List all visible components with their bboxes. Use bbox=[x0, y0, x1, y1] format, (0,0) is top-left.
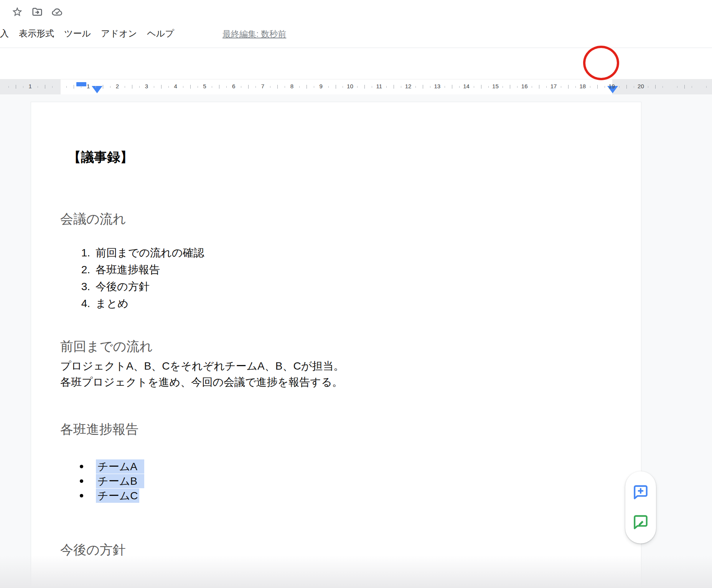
list-item-number: 3. bbox=[79, 281, 90, 293]
heading-agenda: 会議の流れ bbox=[60, 211, 126, 226]
heading-policy: 今後の方針 bbox=[60, 542, 126, 557]
ruler-tick bbox=[401, 86, 401, 88]
ruler-number: 1 bbox=[87, 83, 90, 89]
suggest-edit-icon bbox=[633, 514, 649, 530]
add-comment-icon bbox=[633, 484, 649, 500]
ruler-tick bbox=[154, 86, 154, 88]
cloud-check-icon[interactable] bbox=[51, 6, 63, 18]
paragraph-line: 各班プロジェクトを進め、今回の会議で進捗を報告する。 bbox=[60, 374, 344, 390]
ruler-tick bbox=[372, 86, 372, 88]
ruler-tick bbox=[575, 86, 576, 88]
ruler-number: 6 bbox=[232, 83, 235, 89]
ruler-tick bbox=[430, 86, 430, 88]
ruler-tick bbox=[314, 86, 314, 88]
suggest-edits-button[interactable] bbox=[632, 514, 649, 531]
ruler-number: 13 bbox=[434, 83, 440, 89]
ruler-tick bbox=[190, 85, 191, 89]
ruler-number: 3 bbox=[145, 83, 148, 89]
ruler-tick bbox=[66, 86, 67, 88]
document-page[interactable]: 【議事録】 会議の流れ 1. 前回までの流れの確認 2. 各班進捗報告 3 bbox=[31, 102, 641, 588]
menubar: 入表示形式ツールアドオンヘルプ bbox=[0, 28, 174, 39]
ruler-tick bbox=[183, 86, 183, 88]
list-item: 3. 今後の方針 bbox=[31, 278, 641, 295]
list-item: チームC bbox=[31, 488, 641, 503]
ruler-tick bbox=[546, 86, 547, 88]
ruler-number: 5 bbox=[203, 83, 206, 89]
ruler-tick bbox=[336, 85, 336, 89]
left-indent-marker[interactable] bbox=[92, 86, 102, 93]
ruler-number: 1 bbox=[28, 83, 31, 89]
list-item-number: 4. bbox=[79, 297, 90, 310]
ruler-number: 10 bbox=[347, 83, 353, 89]
ruler-tick bbox=[241, 86, 241, 88]
google-docs-window: 入表示形式ツールアドオンヘルプ 最終編集: 数秒前 標準テキス... Arial… bbox=[0, 0, 712, 588]
heading-progress: 各班進捗報告 bbox=[60, 421, 138, 437]
ruler-tick bbox=[510, 85, 510, 89]
ruler-tick bbox=[568, 85, 569, 89]
list-item-text: 各班進捗報告 bbox=[96, 263, 160, 277]
ruler-tick bbox=[226, 86, 227, 88]
ruler-number: 4 bbox=[174, 83, 177, 89]
ruler-tick bbox=[23, 86, 23, 88]
agenda-numbered-list: 1. 前回までの流れの確認 2. 各班進捗報告 3. 今後の方針 4. bbox=[31, 244, 641, 312]
ruler-tick bbox=[125, 86, 125, 88]
ruler-tick bbox=[474, 86, 474, 88]
ruler-number: 16 bbox=[521, 83, 528, 89]
list-item-text: まとめ bbox=[96, 296, 129, 311]
bullet-dot bbox=[80, 494, 83, 497]
add-comment-button[interactable] bbox=[632, 484, 649, 501]
bullet-dot bbox=[80, 479, 83, 483]
ruler-tick bbox=[103, 85, 103, 89]
ruler-tick bbox=[677, 86, 677, 88]
document-title: 【議事録】 bbox=[68, 149, 133, 165]
ruler-tick bbox=[386, 86, 387, 88]
ruler-tick bbox=[663, 86, 663, 88]
menu-item[interactable]: ヘルプ bbox=[147, 28, 174, 39]
ruler-tick bbox=[626, 85, 627, 89]
ruler-right-margin bbox=[612, 79, 712, 94]
ruler-tick bbox=[692, 86, 692, 88]
ruler-tick bbox=[357, 86, 358, 88]
ruler-tick bbox=[415, 86, 416, 88]
ruler-tick bbox=[445, 86, 445, 88]
ruler-tick bbox=[212, 86, 212, 88]
ruler-tick bbox=[488, 86, 489, 88]
ruler-tick bbox=[277, 85, 278, 89]
ruler-number: 19 bbox=[608, 83, 615, 89]
last-edit-link[interactable]: 最終編集: 数秒前 bbox=[222, 28, 286, 40]
ruler-tick bbox=[634, 86, 634, 88]
ruler-tick bbox=[364, 85, 365, 89]
ruler-tick bbox=[168, 86, 169, 88]
ruler-tick bbox=[198, 86, 198, 88]
ruler-tick bbox=[605, 86, 605, 88]
ruler-tick bbox=[517, 86, 518, 88]
selected-list-item-text: チームC bbox=[96, 489, 139, 503]
ruler-tick bbox=[96, 86, 96, 88]
ruler-tick bbox=[539, 85, 539, 89]
toolbar: 標準テキス... Arial − 11 + B I U A bbox=[0, 48, 712, 79]
move-folder-icon[interactable] bbox=[31, 6, 43, 18]
document-canvas: 【議事録】 会議の流れ 1. 前回までの流れの確認 2. 各班進捗報告 3 bbox=[0, 94, 712, 588]
ruler[interactable]: 11234567891011121314151617181920 bbox=[0, 79, 712, 94]
ruler-tick bbox=[328, 86, 329, 88]
menu-item[interactable]: 入 bbox=[0, 28, 9, 39]
ruler-tick bbox=[161, 85, 162, 89]
star-icon[interactable] bbox=[12, 6, 23, 18]
ruler-tick bbox=[481, 85, 481, 89]
ruler-tick bbox=[532, 86, 532, 88]
ruler-tick bbox=[81, 86, 81, 88]
menu-item[interactable]: 表示形式 bbox=[19, 28, 54, 39]
menu-item[interactable]: アドオン bbox=[101, 28, 137, 39]
ruler-number: 12 bbox=[405, 83, 412, 89]
ruler-tick bbox=[394, 85, 394, 89]
menu-item[interactable]: ツール bbox=[64, 28, 91, 39]
list-item-number: 1. bbox=[79, 247, 90, 259]
ruler-tick bbox=[132, 85, 132, 89]
ruler-number: 15 bbox=[492, 83, 499, 89]
ruler-tick bbox=[139, 86, 140, 88]
ruler-tick bbox=[343, 86, 343, 88]
ruler-tick bbox=[503, 86, 503, 88]
ruler-tick bbox=[648, 86, 648, 88]
ruler-tick bbox=[248, 85, 249, 89]
ruler-tick bbox=[597, 85, 598, 89]
